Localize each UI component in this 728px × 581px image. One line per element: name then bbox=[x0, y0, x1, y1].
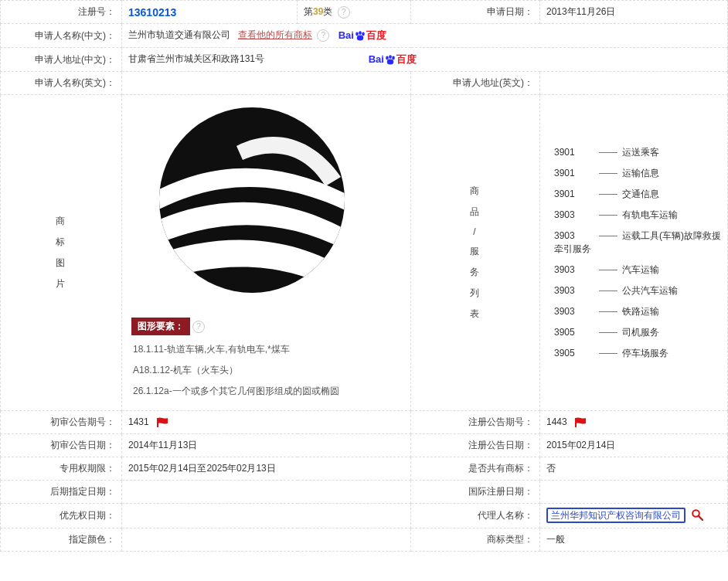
service-item: 3903——公共汽车运输 bbox=[554, 284, 721, 297]
service-item: 3901——运送乘客 bbox=[554, 146, 721, 159]
value-right-period: 2015年02月14日至2025年02月13日 bbox=[122, 457, 411, 481]
svg-point-7 bbox=[387, 59, 394, 64]
trademark-logo bbox=[151, 100, 352, 301]
value-category: 第39类 ? bbox=[298, 1, 411, 24]
flag-icon[interactable] bbox=[156, 417, 170, 428]
help-icon[interactable]: ? bbox=[317, 29, 329, 42]
view-all-trademarks-link[interactable]: 查看他的所有商标 bbox=[238, 29, 312, 40]
value-priority-date bbox=[122, 504, 411, 528]
label-reg-pub-date: 注册公告日期： bbox=[411, 434, 540, 457]
graphic-elements-block: 图形要素：? 18.1.11-轨道车辆,火车,有轨电车,*煤车 A18.1.12… bbox=[131, 318, 401, 398]
value-post-designation-date bbox=[122, 481, 411, 504]
label-apply-date: 申请日期： bbox=[411, 1, 540, 24]
label-tm-type: 商标类型： bbox=[411, 528, 540, 552]
label-intl-reg-date: 国际注册日期： bbox=[411, 481, 540, 504]
baidu-paw-icon bbox=[384, 55, 396, 66]
value-reg-pub-date: 2015年02月14日 bbox=[540, 434, 728, 457]
svg-point-5 bbox=[389, 55, 392, 59]
trademark-detail-table: 注册号： 13610213 第39类 ? 申请日期： 2013年11月26日 申… bbox=[0, 0, 728, 552]
value-prelim-pub-date: 2014年11月13日 bbox=[122, 434, 411, 457]
gfx-item: 18.1.11-轨道车辆,火车,有轨电车,*煤车 bbox=[133, 343, 400, 356]
label-is-shared: 是否共有商标： bbox=[411, 457, 540, 481]
value-agent-name: 兰州华邦知识产权咨询有限公司 bbox=[540, 504, 728, 528]
label-agent-name: 代理人名称： bbox=[411, 504, 540, 528]
help-icon[interactable]: ? bbox=[338, 6, 350, 19]
label-prelim-pub-date: 初审公告日期： bbox=[1, 434, 122, 457]
label-applicant-en: 申请人名称(英文)： bbox=[1, 72, 122, 95]
baidu-paw-icon bbox=[354, 31, 366, 42]
value-reg-pub-no: 1443 bbox=[540, 411, 728, 434]
value-designated-color bbox=[122, 528, 411, 552]
service-item: 3903——铁路运输 bbox=[554, 305, 721, 318]
label-designated-color: 指定颜色： bbox=[1, 528, 122, 552]
service-item: 3903——运载工具(车辆)故障救援牵引服务 bbox=[554, 229, 721, 256]
label-applicant-cn: 申请人名称(中文)： bbox=[1, 24, 122, 48]
svg-point-1 bbox=[359, 31, 362, 35]
service-item: 3903——汽车运输 bbox=[554, 263, 721, 277]
svg-point-2 bbox=[362, 32, 365, 36]
value-applicant-addr-cn: 甘肃省兰州市城关区和政路131号 Bai百度 bbox=[122, 48, 728, 72]
service-item: 3905——司机服务 bbox=[554, 326, 721, 339]
gfx-item: 26.1.12a-一个或多个其它几何图形组成的圆或椭圆 bbox=[133, 385, 400, 398]
value-applicant-en bbox=[122, 72, 411, 95]
value-intl-reg-date bbox=[540, 481, 728, 504]
svg-point-4 bbox=[386, 56, 389, 59]
agent-name-highlight[interactable]: 兰州华邦知识产权咨询有限公司 bbox=[546, 508, 685, 523]
baidu-search-link[interactable]: Bai百度 bbox=[369, 53, 417, 66]
label-reg-no: 注册号： bbox=[1, 1, 122, 24]
help-icon[interactable]: ? bbox=[192, 321, 205, 333]
service-item: 3905——停车场服务 bbox=[554, 347, 721, 360]
search-icon[interactable] bbox=[691, 508, 703, 523]
value-reg-no: 13610213 bbox=[122, 1, 298, 24]
svg-point-3 bbox=[357, 35, 364, 40]
label-priority-date: 优先权日期： bbox=[1, 504, 122, 528]
services-cell: 3901——运送乘客3901——运输信息3901——交通信息3903——有轨电车… bbox=[540, 95, 728, 411]
service-item: 3901——交通信息 bbox=[554, 188, 721, 201]
label-reg-pub-no: 注册公告期号： bbox=[411, 411, 540, 434]
service-item: 3901——运输信息 bbox=[554, 167, 721, 180]
trademark-image-cell: 图形要素：? 18.1.11-轨道车辆,火车,有轨电车,*煤车 A18.1.12… bbox=[122, 95, 411, 411]
value-applicant-addr-en bbox=[540, 72, 728, 95]
value-apply-date: 2013年11月26日 bbox=[540, 1, 728, 24]
flag-icon[interactable] bbox=[574, 417, 588, 428]
value-prelim-pub-no: 1431 bbox=[122, 411, 411, 434]
baidu-search-link[interactable]: Bai百度 bbox=[338, 29, 386, 42]
gfx-item: A18.1.12-机车（火车头） bbox=[133, 364, 400, 377]
vlabel-services: 商 品 / 服 务 列 表 bbox=[411, 95, 540, 411]
service-item: 3903——有轨电车运输 bbox=[554, 209, 721, 222]
value-tm-type: 一般 bbox=[540, 528, 728, 552]
label-applicant-addr-cn: 申请人地址(中文)： bbox=[1, 48, 122, 72]
label-prelim-pub-no: 初审公告期号： bbox=[1, 411, 122, 434]
label-right-period: 专用权期限： bbox=[1, 457, 122, 481]
graphic-elements-badge: 图形要素： bbox=[131, 318, 190, 335]
svg-point-6 bbox=[392, 56, 395, 59]
value-is-shared: 否 bbox=[540, 457, 728, 481]
svg-point-0 bbox=[355, 32, 359, 36]
label-post-designation-date: 后期指定日期： bbox=[1, 481, 122, 504]
vlabel-trademark-image: 商 标 图 片 bbox=[1, 95, 122, 411]
svg-line-11 bbox=[699, 516, 702, 520]
value-applicant-cn: 兰州市轨道交通有限公司 查看他的所有商标 ? Bai百度 bbox=[122, 24, 728, 48]
label-applicant-addr-en: 申请人地址(英文)： bbox=[411, 72, 540, 95]
